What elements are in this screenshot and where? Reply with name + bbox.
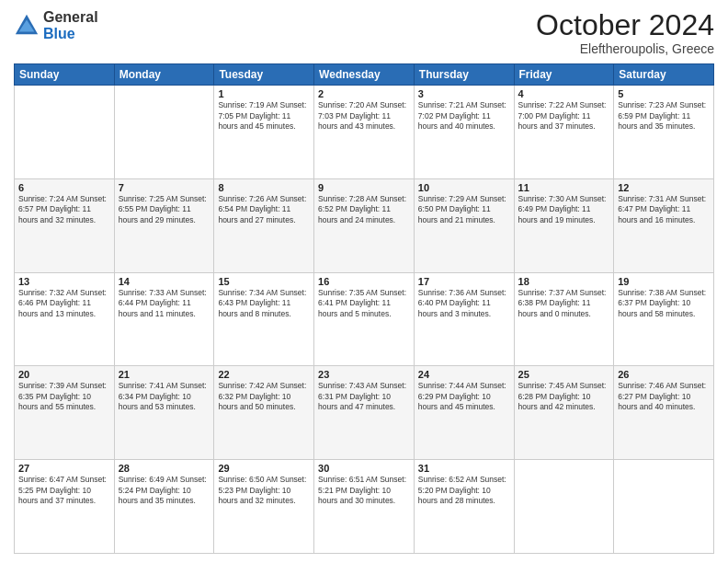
table-row: 4Sunrise: 7:22 AM Sunset: 7:00 PM Daylig… [514, 86, 614, 179]
table-row: 13Sunrise: 7:32 AM Sunset: 6:46 PM Dayli… [15, 272, 115, 366]
table-row: 17Sunrise: 7:36 AM Sunset: 6:40 PM Dayli… [414, 272, 514, 366]
table-row: 10Sunrise: 7:29 AM Sunset: 6:50 PM Dayli… [414, 178, 514, 272]
table-row: 9Sunrise: 7:28 AM Sunset: 6:52 PM Daylig… [314, 178, 415, 272]
day-info: Sunrise: 6:50 AM Sunset: 5:23 PM Dayligh… [218, 475, 310, 506]
col-saturday: Saturday [614, 64, 714, 86]
calendar-table: Sunday Monday Tuesday Wednesday Thursday… [14, 63, 714, 554]
day-info: Sunrise: 7:46 AM Sunset: 6:27 PM Dayligh… [618, 381, 710, 412]
page: General Blue October 2024 Eleftheroupoli… [0, 0, 728, 563]
location-title: Eleftheroupolis, Greece [536, 41, 714, 56]
table-row: 27Sunrise: 6:47 AM Sunset: 5:25 PM Dayli… [15, 460, 115, 554]
table-row: 18Sunrise: 7:37 AM Sunset: 6:38 PM Dayli… [514, 272, 614, 366]
table-row: 8Sunrise: 7:26 AM Sunset: 6:54 PM Daylig… [214, 178, 314, 272]
day-info: Sunrise: 7:37 AM Sunset: 6:38 PM Dayligh… [518, 288, 610, 319]
logo-icon [14, 13, 40, 39]
table-row: 19Sunrise: 7:38 AM Sunset: 6:37 PM Dayli… [614, 272, 714, 366]
day-info: Sunrise: 7:21 AM Sunset: 7:02 PM Dayligh… [418, 100, 510, 132]
day-info: Sunrise: 7:25 AM Sunset: 6:55 PM Dayligh… [119, 194, 210, 225]
day-number: 22 [218, 369, 310, 380]
week-row-3: 13Sunrise: 7:32 AM Sunset: 6:46 PM Dayli… [15, 272, 714, 366]
week-row-1: 1Sunrise: 7:19 AM Sunset: 7:05 PM Daylig… [15, 86, 714, 179]
day-number: 28 [119, 463, 210, 474]
day-number: 8 [218, 182, 310, 193]
day-number: 23 [318, 369, 410, 380]
table-row: 3Sunrise: 7:21 AM Sunset: 7:02 PM Daylig… [414, 86, 514, 179]
day-number: 26 [618, 369, 710, 380]
table-row: 2Sunrise: 7:20 AM Sunset: 7:03 PM Daylig… [314, 86, 415, 179]
day-info: Sunrise: 7:38 AM Sunset: 6:37 PM Dayligh… [618, 288, 710, 319]
day-number: 31 [418, 463, 510, 474]
col-sunday: Sunday [15, 64, 115, 86]
day-number: 20 [18, 369, 110, 380]
day-number: 4 [518, 88, 610, 99]
logo: General Blue [14, 9, 98, 41]
table-row: 30Sunrise: 6:51 AM Sunset: 5:21 PM Dayli… [314, 460, 415, 554]
day-info: Sunrise: 7:31 AM Sunset: 6:47 PM Dayligh… [618, 194, 710, 225]
title-block: October 2024 Eleftheroupolis, Greece [536, 9, 714, 56]
day-number: 14 [119, 276, 210, 287]
month-title: October 2024 [536, 9, 714, 41]
table-row: 6Sunrise: 7:24 AM Sunset: 6:57 PM Daylig… [15, 178, 115, 272]
table-row: 21Sunrise: 7:41 AM Sunset: 6:34 PM Dayli… [114, 366, 214, 460]
table-row: 31Sunrise: 6:52 AM Sunset: 5:20 PM Dayli… [414, 460, 514, 554]
table-row: 1Sunrise: 7:19 AM Sunset: 7:05 PM Daylig… [214, 86, 314, 179]
table-row: 16Sunrise: 7:35 AM Sunset: 6:41 PM Dayli… [314, 272, 415, 366]
day-number: 24 [418, 369, 510, 380]
day-info: Sunrise: 7:39 AM Sunset: 6:35 PM Dayligh… [18, 381, 110, 412]
day-number: 12 [618, 182, 710, 193]
table-row: 26Sunrise: 7:46 AM Sunset: 6:27 PM Dayli… [614, 366, 714, 460]
table-row: 25Sunrise: 7:45 AM Sunset: 6:28 PM Dayli… [514, 366, 614, 460]
day-number: 10 [418, 182, 510, 193]
header: General Blue October 2024 Eleftheroupoli… [14, 9, 714, 56]
table-row: 15Sunrise: 7:34 AM Sunset: 6:43 PM Dayli… [214, 272, 314, 366]
table-row: 29Sunrise: 6:50 AM Sunset: 5:23 PM Dayli… [214, 460, 314, 554]
table-row: 20Sunrise: 7:39 AM Sunset: 6:35 PM Dayli… [15, 366, 115, 460]
day-info: Sunrise: 7:19 AM Sunset: 7:05 PM Dayligh… [218, 100, 310, 132]
col-friday: Friday [514, 64, 614, 86]
day-info: Sunrise: 7:42 AM Sunset: 6:32 PM Dayligh… [218, 381, 310, 412]
day-info: Sunrise: 7:23 AM Sunset: 6:59 PM Dayligh… [618, 100, 710, 132]
table-row [614, 460, 714, 554]
week-row-5: 27Sunrise: 6:47 AM Sunset: 5:25 PM Dayli… [15, 460, 714, 554]
day-number: 11 [518, 182, 610, 193]
day-info: Sunrise: 7:22 AM Sunset: 7:00 PM Dayligh… [518, 100, 610, 132]
day-number: 29 [218, 463, 310, 474]
day-number: 1 [218, 88, 310, 99]
day-info: Sunrise: 7:29 AM Sunset: 6:50 PM Dayligh… [418, 194, 510, 225]
day-number: 18 [518, 276, 610, 287]
day-info: Sunrise: 7:28 AM Sunset: 6:52 PM Dayligh… [318, 194, 410, 225]
table-row: 23Sunrise: 7:43 AM Sunset: 6:31 PM Dayli… [314, 366, 415, 460]
table-row: 7Sunrise: 7:25 AM Sunset: 6:55 PM Daylig… [114, 178, 214, 272]
day-info: Sunrise: 7:30 AM Sunset: 6:49 PM Dayligh… [518, 194, 610, 225]
day-info: Sunrise: 6:51 AM Sunset: 5:21 PM Dayligh… [318, 475, 410, 506]
day-info: Sunrise: 7:44 AM Sunset: 6:29 PM Dayligh… [418, 381, 510, 412]
day-info: Sunrise: 7:24 AM Sunset: 6:57 PM Dayligh… [18, 194, 110, 225]
day-number: 27 [18, 463, 110, 474]
day-info: Sunrise: 7:20 AM Sunset: 7:03 PM Dayligh… [318, 100, 410, 132]
day-info: Sunrise: 7:45 AM Sunset: 6:28 PM Dayligh… [518, 381, 610, 412]
day-info: Sunrise: 7:33 AM Sunset: 6:44 PM Dayligh… [119, 288, 210, 319]
day-number: 21 [119, 369, 210, 380]
day-number: 6 [18, 182, 110, 193]
col-wednesday: Wednesday [314, 64, 415, 86]
table-row: 28Sunrise: 6:49 AM Sunset: 5:24 PM Dayli… [114, 460, 214, 554]
day-info: Sunrise: 6:52 AM Sunset: 5:20 PM Dayligh… [418, 475, 510, 506]
logo-text: General Blue [43, 9, 98, 41]
day-info: Sunrise: 7:34 AM Sunset: 6:43 PM Dayligh… [218, 288, 310, 319]
day-number: 2 [318, 88, 410, 99]
day-number: 17 [418, 276, 510, 287]
day-info: Sunrise: 7:35 AM Sunset: 6:41 PM Dayligh… [318, 288, 410, 319]
col-thursday: Thursday [414, 64, 514, 86]
day-number: 25 [518, 369, 610, 380]
table-row: 5Sunrise: 7:23 AM Sunset: 6:59 PM Daylig… [614, 86, 714, 179]
table-row [15, 86, 115, 179]
table-row: 24Sunrise: 7:44 AM Sunset: 6:29 PM Dayli… [414, 366, 514, 460]
table-row: 14Sunrise: 7:33 AM Sunset: 6:44 PM Dayli… [114, 272, 214, 366]
week-row-2: 6Sunrise: 7:24 AM Sunset: 6:57 PM Daylig… [15, 178, 714, 272]
day-number: 3 [418, 88, 510, 99]
day-number: 30 [318, 463, 410, 474]
day-number: 7 [119, 182, 210, 193]
calendar-header-row: Sunday Monday Tuesday Wednesday Thursday… [15, 64, 714, 86]
day-info: Sunrise: 7:26 AM Sunset: 6:54 PM Dayligh… [218, 194, 310, 225]
day-number: 15 [218, 276, 310, 287]
